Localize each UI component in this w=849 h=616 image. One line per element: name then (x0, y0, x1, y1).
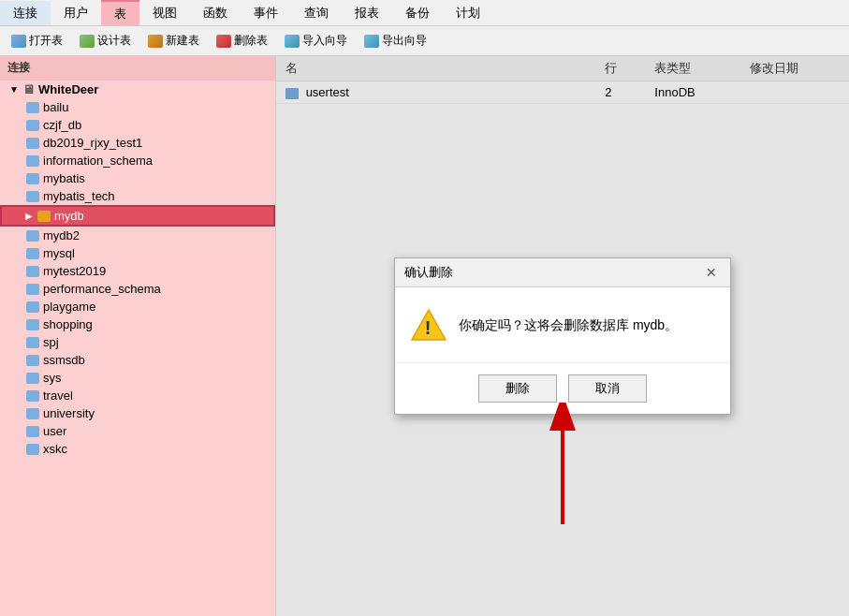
sidebar-item-mybatis_tech[interactable]: mybatis_tech (0, 187, 275, 205)
menu-item-backup[interactable]: 备份 (392, 1, 443, 25)
menu-item-plan[interactable]: 计划 (443, 1, 493, 25)
content-area: 名 行 表类型 修改日期 usertest 2 InnoDB (276, 56, 849, 616)
db-icon-performance (26, 284, 39, 295)
delete-icon (216, 35, 231, 48)
confirm-delete-button[interactable]: 删除 (478, 374, 557, 403)
db-icon-bailu (26, 102, 39, 113)
import-icon (285, 35, 300, 48)
svg-text:!: ! (425, 317, 432, 338)
sidebar-item-bailu[interactable]: bailu (0, 98, 275, 116)
db-icon-information (26, 155, 39, 167)
db-icon-spj (26, 337, 39, 348)
expand-icon: ▼ (7, 84, 21, 95)
export-wizard-button[interactable]: 导出向导 (357, 30, 434, 51)
sidebar-item-mytest2019[interactable]: mytest2019 (0, 262, 275, 280)
db-icon-mybatis-tech (26, 191, 39, 202)
main-layout: 连接 ▼ 🖥 WhiteDeer bailu czjf_db db2019_rj… (0, 56, 849, 616)
expand-icon-mydb: ▶ (22, 211, 36, 221)
sidebar-item-travel[interactable]: travel (0, 387, 275, 404)
menu-item-table[interactable]: 表 (101, 0, 139, 26)
menu-item-user[interactable]: 用户 (51, 1, 101, 25)
tree-root-whitedeer[interactable]: ▼ 🖥 WhiteDeer (0, 81, 275, 98)
root-label: WhiteDeer (38, 82, 98, 96)
sidebar-item-ssmsdb[interactable]: ssmsdb (0, 351, 275, 369)
sidebar-item-university[interactable]: university (0, 404, 275, 422)
open-table-button[interactable]: 打开表 (4, 30, 70, 51)
modal-title: 确认删除 (404, 264, 453, 281)
db-icon-mybatis (26, 173, 39, 184)
modal-close-button[interactable]: ✕ (702, 265, 721, 280)
menu-item-event[interactable]: 事件 (241, 1, 291, 25)
sidebar-item-spj[interactable]: spj (0, 333, 275, 351)
db-icon-ssmsdb (26, 355, 39, 366)
new-table-button[interactable]: 新建表 (140, 30, 207, 51)
sidebar-item-information_schema[interactable]: information_schema (0, 152, 275, 169)
db-icon-user (26, 426, 39, 437)
db-icon-xskc (26, 444, 39, 455)
db-icon-mydb2 (26, 230, 39, 242)
confirm-delete-modal: 确认删除 ✕ ! 你确定吗？这将会删除数据库 mydb。 删除 取消 (394, 257, 731, 415)
design-table-button[interactable]: 设计表 (72, 30, 139, 51)
sidebar-item-user[interactable]: user (0, 422, 275, 440)
open-icon (11, 35, 26, 48)
db-icon-mysql (26, 248, 39, 259)
menu-item-view[interactable]: 视图 (139, 1, 190, 25)
sidebar-item-sys[interactable]: sys (0, 369, 275, 387)
menu-item-query[interactable]: 查询 (291, 1, 342, 25)
design-icon (80, 35, 95, 48)
sidebar-header: 连接 (0, 56, 275, 81)
menu-item-connect[interactable]: 连接 (0, 1, 51, 25)
modal-header: 确认删除 ✕ (395, 258, 730, 287)
db-icon-university (26, 408, 39, 419)
sidebar-item-mybatis[interactable]: mybatis (0, 169, 275, 187)
sidebar: 连接 ▼ 🖥 WhiteDeer bailu czjf_db db2019_rj… (0, 56, 276, 616)
warning-icon: ! (410, 306, 447, 344)
sidebar-item-shopping[interactable]: shopping (0, 315, 275, 333)
menu-item-function[interactable]: 函数 (190, 1, 241, 25)
sidebar-item-performance_schema[interactable]: performance_schema (0, 280, 275, 298)
modal-message: 你确定吗？这将会删除数据库 mydb。 (459, 315, 678, 335)
modal-overlay: 确认删除 ✕ ! 你确定吗？这将会删除数据库 mydb。 删除 取消 (276, 56, 849, 616)
sidebar-item-czjf_db[interactable]: czjf_db (0, 116, 275, 134)
menu-bar: 连接 用户 表 视图 函数 事件 查询 报表 备份 计划 (0, 0, 849, 26)
arrow-annotation (534, 403, 591, 527)
db-icon-db2019 (26, 138, 39, 149)
sidebar-item-mydb2[interactable]: mydb2 (0, 227, 275, 244)
delete-table-button[interactable]: 删除表 (209, 30, 275, 51)
sidebar-item-xskc[interactable]: xskc (0, 440, 275, 458)
db-icon-shopping (26, 319, 39, 330)
export-icon (364, 35, 379, 48)
db-icon-sys (26, 373, 39, 384)
modal-body: ! 你确定吗？这将会删除数据库 mydb。 (395, 287, 730, 362)
cancel-button[interactable]: 取消 (568, 374, 647, 403)
db-icon-travel (26, 390, 39, 402)
sidebar-item-mydb[interactable]: ▶ mydb (0, 205, 275, 227)
db-icon-mydb (37, 211, 51, 222)
db-icon-playgame (26, 301, 39, 313)
sidebar-item-db2019[interactable]: db2019_rjxy_test1 (0, 134, 275, 152)
db-icon-czjf (26, 120, 39, 131)
toolbar: 打开表 设计表 新建表 删除表 导入向导 导出向导 (0, 26, 849, 56)
sidebar-item-playgame[interactable]: playgame (0, 298, 275, 315)
menu-item-report[interactable]: 报表 (342, 1, 392, 25)
new-icon (148, 35, 163, 48)
server-icon: 🖥 (22, 82, 35, 96)
db-icon-mytest2019 (26, 266, 39, 277)
import-wizard-button[interactable]: 导入向导 (277, 30, 355, 51)
sidebar-item-mysql[interactable]: mysql (0, 244, 275, 262)
